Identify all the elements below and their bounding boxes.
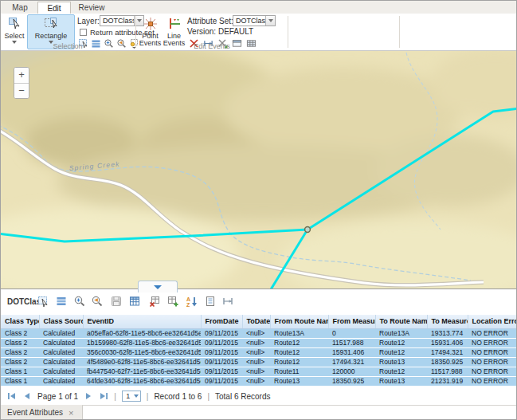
table-cell[interactable]: 17494.321 [427, 347, 468, 357]
table-cell[interactable]: Route13 [270, 376, 328, 386]
table-cell[interactable]: Calculated [39, 338, 83, 347]
first-page-icon[interactable] [7, 391, 17, 401]
column-header[interactable]: From Measure [328, 315, 375, 328]
table-row[interactable]: Class 2Calculateda05effa0-62f8-11e5-8bc6… [1, 328, 517, 338]
table-cell[interactable]: Route13A [270, 328, 328, 338]
table-cell[interactable]: NO ERROR [468, 328, 517, 338]
column-header[interactable]: To Measure [427, 315, 468, 328]
attribute-form-icon[interactable] [204, 295, 217, 308]
table-cell[interactable]: 15931.406 [328, 347, 375, 357]
table-row[interactable]: Class 2Calculated356c0030-62f8-11e5-8bc6… [1, 347, 517, 357]
add-to-table-icon[interactable] [166, 295, 179, 308]
sort-records-icon[interactable]: AZ [186, 295, 198, 308]
zoom-out-button[interactable]: − [14, 83, 29, 98]
table-cell[interactable]: 4f5489e0-62f8-11e5-8bc6-ee32641d5ec9 [83, 357, 201, 367]
table-cell[interactable]: 18350.925 [427, 357, 468, 367]
table-cell[interactable]: 17494.321 [328, 357, 375, 367]
column-header[interactable]: From Route Name [270, 315, 328, 328]
tab-close-icon[interactable]: × [69, 409, 73, 417]
table-cell[interactable]: Class 2 [1, 347, 39, 357]
table-cell[interactable]: Route12 [375, 367, 427, 376]
table-cell[interactable]: Class 1 [1, 367, 39, 376]
column-header[interactable]: Class Source [39, 315, 83, 328]
table-cell[interactable]: Calculated [39, 328, 83, 338]
remove-from-table-icon[interactable] [148, 295, 161, 308]
table-cell[interactable]: 09/11/2015 [201, 347, 242, 357]
table-cell[interactable]: <null> [242, 328, 270, 338]
page-number-dropdown[interactable]: 1 [122, 391, 141, 402]
table-cell[interactable]: 120000 [328, 367, 375, 376]
table-cell[interactable]: Route13A [375, 328, 427, 338]
table-cell[interactable]: Calculated [39, 347, 83, 357]
return-attribute-set-checkbox[interactable] [80, 29, 87, 36]
next-page-icon[interactable] [84, 391, 93, 401]
pan-to-selected-icon[interactable] [91, 295, 104, 308]
zoom-to-selected-icon[interactable] [73, 295, 86, 308]
table-row[interactable]: Class 2Calculated4f5489e0-62f8-11e5-8bc6… [1, 357, 517, 367]
zoom-in-button[interactable]: + [14, 68, 29, 83]
table-cell[interactable]: Class 2 [1, 357, 39, 367]
table-cell[interactable]: 15931.406 [427, 338, 468, 347]
table-cell[interactable]: NO ERROR [468, 338, 517, 347]
table-cell[interactable]: <null> [242, 376, 270, 386]
layer-combobox[interactable]: DOTClass [100, 15, 144, 26]
table-cell[interactable]: <null> [242, 367, 270, 376]
table-cell[interactable]: Calculated [39, 357, 83, 367]
column-header[interactable]: EventID [83, 315, 201, 328]
column-header[interactable]: Class Type [1, 315, 39, 328]
select-records-icon[interactable] [37, 295, 49, 308]
tab-map[interactable]: Map [4, 2, 36, 14]
table-cell[interactable]: 64fde340-62f8-11e5-8bc6-ee32641d5ec9 [83, 376, 201, 386]
table-cell[interactable]: NO ERROR [468, 367, 517, 376]
table-cell[interactable]: 09/11/2015 [201, 376, 242, 386]
table-cell[interactable]: 0 [328, 328, 375, 338]
table-cell[interactable]: 18350.925 [328, 376, 375, 386]
table-cell[interactable]: Route13 [375, 376, 427, 386]
table-cell[interactable]: NO ERROR [468, 357, 517, 367]
table-cell[interactable]: 09/11/2015 [201, 357, 242, 367]
tab-event-attributes[interactable]: Event Attributes × [1, 405, 80, 420]
map-canvas[interactable]: Spring Creek + − [1, 51, 517, 289]
table-row[interactable]: Class 1Calculatedfb447540-62f7-11e5-8bc6… [1, 367, 517, 376]
attribute-table-icon[interactable] [128, 295, 141, 308]
table-cell[interactable]: Route11 [270, 367, 328, 376]
table-cell[interactable]: Class 1 [1, 376, 39, 386]
table-cell[interactable]: Calculated [39, 367, 83, 376]
table-cell[interactable]: Class 2 [1, 328, 39, 338]
table-cell[interactable]: 11517.988 [427, 367, 468, 376]
table-cell[interactable]: 356c0030-62f8-11e5-8bc6-ee32641d5ec9 [83, 347, 201, 357]
table-cell[interactable]: 21231.919 [427, 376, 468, 386]
table-cell[interactable]: Route12 [270, 347, 328, 357]
table-cell[interactable]: 09/11/2015 [201, 328, 242, 338]
attribute-set-dropdown-arrow-icon[interactable] [265, 16, 275, 26]
tab-review[interactable]: Review [72, 2, 111, 14]
last-page-icon[interactable] [99, 391, 108, 401]
table-cell[interactable]: Class 2 [1, 338, 39, 347]
table-cell[interactable]: 09/11/2015 [201, 367, 242, 376]
route-junction-marker[interactable] [305, 227, 311, 233]
table-cell[interactable]: <null> [242, 338, 270, 347]
column-header[interactable]: Location Error [468, 315, 517, 328]
panel-collapse-button[interactable] [138, 281, 178, 292]
measure-records-icon[interactable] [221, 295, 234, 308]
table-cell[interactable]: 11517.988 [328, 338, 375, 347]
table-cell[interactable]: 1b159980-62f8-11e5-8bc6-ee32641d5ec9 [83, 338, 201, 347]
table-cell[interactable]: <null> [242, 347, 270, 357]
table-cell[interactable]: a05effa0-62f8-11e5-8bc6-ee32641d5ec9 [83, 328, 201, 338]
attribute-set-combobox[interactable]: DOTClass [233, 15, 276, 26]
table-cell[interactable]: NO ERROR [468, 376, 517, 386]
table-cell[interactable]: 19313.774 [427, 328, 468, 338]
table-row[interactable]: Class 2Calculated1b159980-62f8-11e5-8bc6… [1, 338, 517, 347]
table-cell[interactable]: fb447540-62f7-11e5-8bc6-ee32641d5ec9 [83, 367, 201, 376]
table-cell[interactable]: Route13 [375, 357, 427, 367]
table-cell[interactable]: NO ERROR [468, 347, 517, 357]
table-cell[interactable]: Route12 [375, 347, 427, 357]
table-cell[interactable]: Route12 [270, 357, 328, 367]
tab-edit[interactable]: Edit [37, 2, 71, 14]
column-header[interactable]: To Route Name [375, 315, 427, 328]
table-cell[interactable]: Calculated [39, 376, 83, 386]
table-cell[interactable]: <null> [242, 357, 270, 367]
show-selected-records-icon[interactable] [55, 295, 68, 308]
table-row[interactable]: Class 1Calculated64fde340-62f8-11e5-8bc6… [1, 376, 517, 386]
table-cell[interactable]: Route12 [270, 338, 328, 347]
